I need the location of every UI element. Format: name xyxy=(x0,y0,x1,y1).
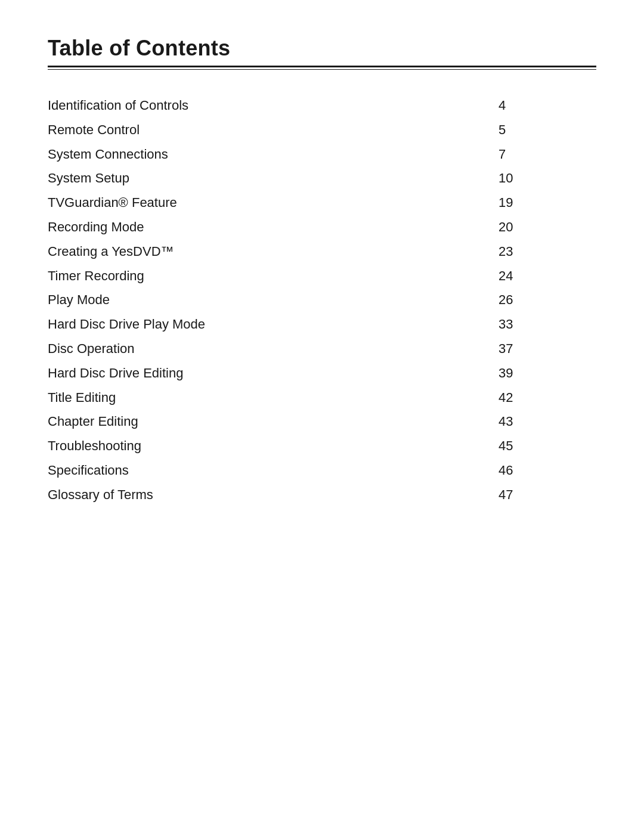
entry-page: 23 xyxy=(487,240,596,264)
entry-page: 4 xyxy=(487,94,596,118)
table-row: Recording Mode20 xyxy=(48,215,596,240)
entry-page: 5 xyxy=(487,118,596,143)
table-row: Hard Disc Drive Editing39 xyxy=(48,361,596,386)
table-row: Timer Recording24 xyxy=(48,264,596,289)
entry-page: 46 xyxy=(487,459,596,483)
entry-page: 43 xyxy=(487,410,596,434)
entry-page: 24 xyxy=(487,264,596,289)
entry-title: Remote Control xyxy=(48,118,487,143)
page-container: Table of Contents Identification of Cont… xyxy=(48,36,596,507)
table-row: System Setup10 xyxy=(48,166,596,191)
table-row: Title Editing42 xyxy=(48,386,596,410)
toc-table: Identification of Controls4Remote Contro… xyxy=(48,94,596,507)
table-row: Hard Disc Drive Play Mode33 xyxy=(48,312,596,337)
entry-title: System Connections xyxy=(48,143,487,167)
table-row: Remote Control5 xyxy=(48,118,596,143)
entry-title: Title Editing xyxy=(48,386,487,410)
entry-page: 20 xyxy=(487,215,596,240)
entry-title: Hard Disc Drive Editing xyxy=(48,361,487,386)
table-row: Chapter Editing43 xyxy=(48,410,596,434)
entry-title: Identification of Controls xyxy=(48,94,487,118)
entry-page: 33 xyxy=(487,312,596,337)
entry-title: Recording Mode xyxy=(48,215,487,240)
entry-title: Glossary of Terms xyxy=(48,483,487,507)
table-row: TVGuardian® Feature19 xyxy=(48,191,596,215)
table-row: Specifications46 xyxy=(48,459,596,483)
entry-title: Hard Disc Drive Play Mode xyxy=(48,312,487,337)
entry-page: 39 xyxy=(487,361,596,386)
table-row: System Connections7 xyxy=(48,143,596,167)
table-row: Glossary of Terms47 xyxy=(48,483,596,507)
table-row: Troubleshooting45 xyxy=(48,434,596,459)
table-row: Play Mode26 xyxy=(48,288,596,312)
entry-title: Disc Operation xyxy=(48,337,487,361)
table-row: Disc Operation37 xyxy=(48,337,596,361)
entry-page: 37 xyxy=(487,337,596,361)
entry-page: 7 xyxy=(487,143,596,167)
divider-thin xyxy=(48,69,596,70)
table-row: Creating a YesDVD™23 xyxy=(48,240,596,264)
entry-title: Chapter Editing xyxy=(48,410,487,434)
entry-title: TVGuardian® Feature xyxy=(48,191,487,215)
page-title: Table of Contents xyxy=(48,36,596,61)
entry-title: System Setup xyxy=(48,166,487,191)
table-row: Identification of Controls4 xyxy=(48,94,596,118)
entry-title: Specifications xyxy=(48,459,487,483)
entry-page: 26 xyxy=(487,288,596,312)
entry-title: Troubleshooting xyxy=(48,434,487,459)
entry-page: 42 xyxy=(487,386,596,410)
entry-page: 10 xyxy=(487,166,596,191)
divider-thick xyxy=(48,66,596,67)
entry-title: Creating a YesDVD™ xyxy=(48,240,487,264)
entry-page: 45 xyxy=(487,434,596,459)
entry-title: Play Mode xyxy=(48,288,487,312)
entry-title: Timer Recording xyxy=(48,264,487,289)
entry-page: 19 xyxy=(487,191,596,215)
entry-page: 47 xyxy=(487,483,596,507)
